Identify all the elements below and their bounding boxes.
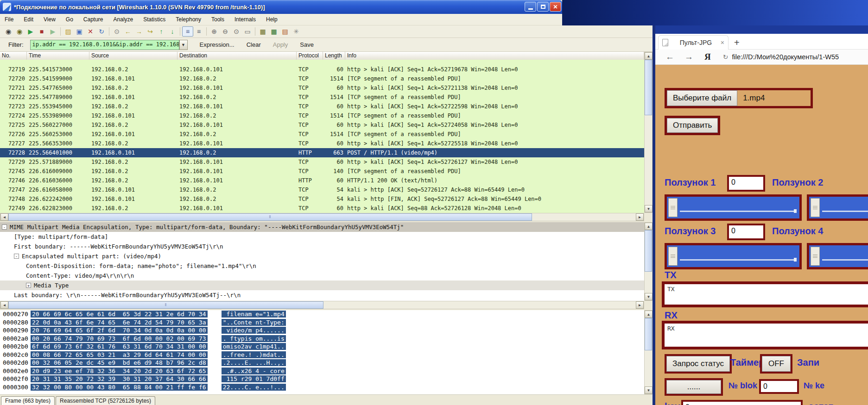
hex-row[interactable]: 000028022 0d 0a 43 6f 6e 74 65 6e 74 2d … [0, 318, 644, 327]
packet-row[interactable]: 72749226.622823000192.168.0.2192.168.0.1… [0, 204, 644, 213]
reload-icon[interactable]: ↻ [723, 53, 729, 61]
expand-icon[interactable]: + [26, 283, 31, 288]
details-scrollbar[interactable]: ▲ ▼ [644, 222, 653, 301]
menu-item-telephony[interactable]: Telephony [176, 16, 201, 23]
hex-row[interactable]: 00002d000 32 06 05 2e dc 45 e9 bd e6 d9 … [0, 359, 644, 367]
slider-thumb[interactable] [668, 247, 678, 266]
hex-scrollbar[interactable]: ▲ ▼ [644, 310, 653, 394]
packet-row[interactable]: 72725225.560227000192.168.0.2192.168.0.1… [0, 120, 644, 130]
collapse-icon[interactable]: - [2, 224, 7, 230]
close-file-icon[interactable]: ✕ [85, 26, 96, 37]
preferences-icon[interactable]: ✳ [291, 26, 302, 37]
hex-row[interactable]: 000030032 32 00 80 00 00 43 80 65 88 84 … [0, 383, 644, 392]
hex-row[interactable]: 00002b06f 6d 69 73 6f 32 61 76 63 31 6d … [0, 343, 644, 351]
packet-row[interactable]: 72723225.553945000192.168.0.2192.168.0.1… [0, 102, 644, 111]
slider-thumb[interactable] [668, 198, 678, 217]
slider1[interactable] [665, 194, 802, 221]
zoom-out-icon[interactable]: ⊖ [220, 26, 231, 37]
start-capture-icon[interactable]: ▶ [25, 26, 36, 37]
slider3-value-input[interactable]: 0 [727, 224, 765, 240]
packet-row[interactable]: 72745226.616009000192.168.0.2192.168.0.1… [0, 167, 644, 176]
go-bottom-icon[interactable]: ↓ [167, 26, 178, 37]
scroll-up-icon[interactable]: ▲ [645, 311, 653, 318]
apply-button[interactable]: Apply [273, 41, 288, 48]
menu-item-internals[interactable]: Internals [234, 16, 256, 23]
clear-button[interactable]: Clear [247, 41, 261, 48]
column-info[interactable]: Info [345, 52, 644, 60]
slider1-value-input[interactable]: 0 [727, 175, 765, 192]
find-packet-icon[interactable]: ⊙ [111, 26, 122, 37]
zoom-100-icon[interactable]: ⊙ [231, 26, 242, 37]
packet-list-header[interactable]: No. Time Source Destination Protocol Len… [0, 52, 644, 60]
hex-row[interactable]: 000027020 66 69 6c 65 6e 61 6d 65 3d 22 … [0, 310, 644, 318]
detail-line[interactable]: -Encapsulated multipart part: (video/mp4… [0, 251, 644, 261]
scroll-down-icon[interactable]: ▼ [645, 386, 653, 394]
hex-row[interactable]: 00002c000 08 66 72 65 65 03 21 a3 29 6d … [0, 351, 644, 359]
resize-columns-icon[interactable]: ▭ [242, 26, 253, 37]
blok-input[interactable]: 0 [759, 379, 799, 394]
list-interfaces-icon[interactable]: ◉ [3, 26, 14, 37]
close-button[interactable]: ✕ [550, 2, 561, 12]
status-request-button[interactable]: Запрос статус [666, 356, 730, 372]
packet-row[interactable]: 72727225.566353000192.168.0.2192.168.0.1… [0, 139, 644, 148]
tx-textarea[interactable]: TX [662, 281, 868, 307]
dots-button[interactable]: ...... [666, 380, 721, 394]
scroll-right-icon[interactable]: ► [636, 213, 644, 221]
tab-frame[interactable]: Frame (663 bytes) [1, 396, 55, 405]
choose-file-button[interactable]: Выберите файл [667, 90, 737, 106]
stop-capture-icon[interactable]: ■ [36, 26, 47, 37]
rx-textarea[interactable]: RX [662, 321, 868, 349]
zoom-in-icon[interactable]: ⊕ [209, 26, 220, 37]
detail-line[interactable]: [Type: multipart/form-data] [0, 232, 644, 242]
packet-row[interactable]: 72724225.553989000192.168.0.101192.168.0… [0, 111, 644, 120]
scroll-left-icon[interactable]: ◄ [0, 301, 8, 309]
hex-row[interactable]: 00002f020 31 31 35 20 72 32 39 30 31 20 … [0, 375, 644, 383]
scroll-down-icon[interactable]: ▼ [645, 205, 653, 212]
slider-thumb[interactable] [811, 247, 820, 266]
open-file-icon[interactable]: ▨ [63, 26, 74, 37]
column-source[interactable]: Source [89, 52, 177, 60]
colorize-toggle-icon[interactable]: ≡ [182, 26, 193, 37]
scroll-up-icon[interactable]: ▲ [645, 223, 653, 230]
menu-item-capture[interactable]: Capture [83, 16, 103, 23]
tab-reassembled-tcp[interactable]: Reassembled TCP (52726126 bytes) [56, 396, 155, 405]
tab-title[interactable]: Пульт-JPG [674, 39, 718, 46]
capture-options-icon[interactable]: ◉ [14, 26, 25, 37]
maximize-button[interactable] [537, 2, 549, 12]
forward-icon[interactable]: → [684, 52, 693, 62]
packet-row[interactable]: 72748226.622242000192.168.0.101192.168.0… [0, 194, 644, 204]
packet-row[interactable]: 72729225.571889000192.168.0.2192.168.0.1… [0, 157, 644, 167]
menu-item-help[interactable]: Help [266, 16, 278, 23]
slider4[interactable] [807, 243, 868, 269]
reload-file-icon[interactable]: ↻ [96, 26, 107, 37]
column-no[interactable]: No. [0, 52, 27, 60]
save-file-icon[interactable]: ▣ [74, 26, 85, 37]
hex-row[interactable]: 00002a000 20 66 74 79 70 69 73 6f 6d 00 … [0, 335, 644, 343]
menu-item-edit[interactable]: Edit [24, 16, 33, 23]
collapse-icon[interactable]: - [14, 254, 19, 259]
hex-row[interactable]: 000029020 76 69 64 65 6f 2f 6d 70 34 0d … [0, 326, 644, 335]
detail-line[interactable]: Content-Disposition: form-data; name="ph… [0, 261, 644, 271]
column-protocol[interactable]: Protocol [297, 52, 323, 60]
display-filter-icon[interactable]: ▦ [268, 26, 279, 37]
go-back-icon[interactable]: ← [122, 26, 133, 37]
packet-row[interactable]: 72722225.547789000192.168.0.101192.168.0… [0, 93, 644, 102]
details-hscrollbar[interactable]: ◄ ⦀ ► [0, 301, 644, 309]
file-input[interactable]: Выберите файл 1.mp4 [665, 88, 813, 108]
slider2[interactable] [807, 194, 868, 221]
packet-row[interactable]: 72746226.616036000192.168.0.2192.168.0.1… [0, 176, 644, 185]
minimize-button[interactable] [525, 2, 536, 12]
restart-capture-icon[interactable]: ▶ [47, 26, 58, 37]
packet-row[interactable]: 72720225.541599000192.168.0.101192.168.0… [0, 74, 644, 83]
menu-item-file[interactable]: File [5, 16, 13, 23]
tab-close-icon[interactable]: × [721, 39, 724, 46]
detail-line[interactable]: Content-Type: video/mp4\r\n\r\n [0, 271, 644, 280]
column-time[interactable]: Time [27, 52, 89, 60]
scroll-down-icon[interactable]: ▼ [645, 293, 653, 300]
capture-filter-icon[interactable]: ▦ [257, 26, 268, 37]
coloring-rules-icon[interactable]: ▤ [279, 26, 291, 37]
detail-line[interactable]: -MIME Multipart Media Encapsulation, Typ… [0, 222, 644, 232]
autoscroll-toggle-icon[interactable]: ≡ [193, 26, 204, 37]
detail-line[interactable]: Last boundary: \r\n------WebKitFormBound… [0, 290, 644, 300]
packet-row[interactable]: 72728225.566401000192.168.0.101192.168.0… [0, 148, 644, 157]
